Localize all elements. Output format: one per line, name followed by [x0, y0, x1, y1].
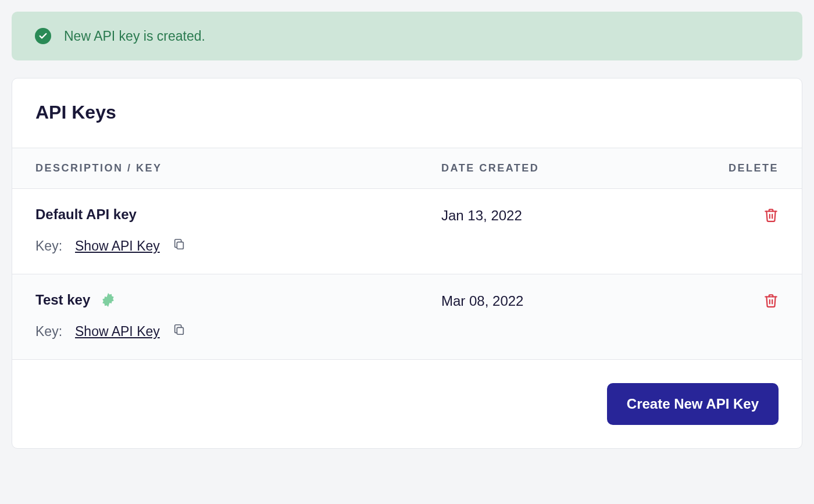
- success-alert: New API key is created.: [12, 12, 802, 60]
- table-row: Test key Key: Show API Key Mar 08,: [12, 274, 802, 360]
- create-new-api-key-button[interactable]: Create New API Key: [607, 383, 779, 425]
- trash-icon[interactable]: [763, 293, 779, 310]
- card-title: API Keys: [35, 102, 779, 123]
- key-label: Key:: [35, 324, 62, 339]
- card-header: API Keys: [12, 78, 802, 148]
- show-api-key-link[interactable]: Show API Key: [75, 238, 160, 254]
- api-key-name-text: Test key: [35, 292, 90, 308]
- description-cell: Test key Key: Show API Key: [35, 292, 441, 339]
- delete-cell: [662, 206, 779, 225]
- svg-rect-1: [177, 327, 183, 334]
- key-label: Key:: [35, 238, 62, 254]
- date-created-cell: Jan 13, 2022: [441, 206, 662, 224]
- description-cell: Default API key Key: Show API Key: [35, 206, 441, 254]
- new-badge-icon: [101, 292, 116, 308]
- show-api-key-link[interactable]: Show API Key: [75, 324, 160, 339]
- key-line: Key: Show API Key: [35, 238, 441, 254]
- date-created-cell: Mar 08, 2022: [441, 292, 662, 309]
- table-header: DESCRIPTION / KEY DATE CREATED DELETE: [12, 148, 802, 189]
- api-key-name: Default API key: [35, 206, 441, 223]
- api-keys-card: API Keys DESCRIPTION / KEY DATE CREATED …: [12, 78, 802, 449]
- column-description: DESCRIPTION / KEY: [35, 162, 441, 174]
- alert-message: New API key is created.: [64, 28, 205, 44]
- api-key-name-text: Default API key: [35, 206, 137, 223]
- svg-rect-0: [177, 242, 183, 249]
- key-line: Key: Show API Key: [35, 323, 441, 339]
- card-footer: Create New API Key: [12, 360, 802, 448]
- copy-icon[interactable]: [173, 323, 185, 339]
- copy-icon[interactable]: [173, 238, 185, 254]
- check-circle-icon: [35, 28, 51, 44]
- table-row: Default API key Key: Show API Key Jan 13…: [12, 189, 802, 274]
- delete-cell: [662, 292, 779, 310]
- column-date: DATE CREATED: [441, 162, 662, 174]
- column-delete: DELETE: [662, 162, 779, 174]
- trash-icon[interactable]: [763, 208, 779, 225]
- api-key-name: Test key: [35, 292, 441, 308]
